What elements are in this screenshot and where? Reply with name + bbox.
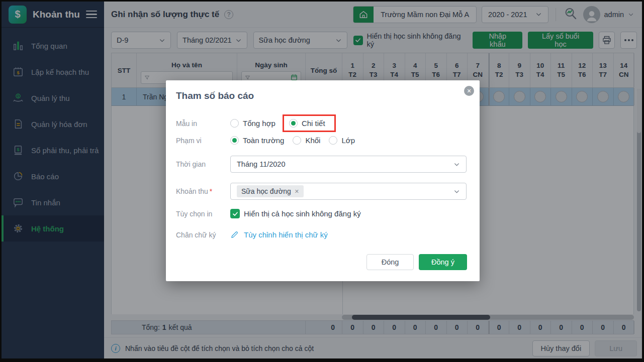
time-select-value: Tháng 11/2020	[237, 160, 285, 168]
radio-toan-truong[interactable]: Toàn trường	[230, 136, 284, 145]
modal-ok-button[interactable]: Đồng ý	[419, 254, 467, 270]
checkbox-label: Hiển thị cả học sinh không đăng ký	[244, 209, 361, 218]
field-label: Tùy chọn in	[176, 210, 230, 218]
radio-label: Chi tiết	[302, 119, 325, 128]
tag-remove-icon[interactable]: ✕	[295, 188, 299, 195]
report-parameters-modal: ✕ Tham số báo cáo Mẫu in Tổng hợp Chi ti…	[166, 80, 480, 281]
print-template-field: Mẫu in Tổng hợp Chi tiết	[176, 114, 467, 132]
screen-frame: $ Khoản thu Tổng quan $ Lập kế hoạch thu	[0, 0, 644, 362]
field-label: Phạm vi	[176, 137, 230, 145]
field-label: Chân chữ ký	[176, 231, 230, 239]
customize-signature-link[interactable]: Tùy chỉnh hiển thị chữ ký	[230, 230, 328, 239]
chevron-down-icon	[453, 188, 460, 195]
fee-tag-label: Sữa học đường	[241, 187, 291, 195]
fee-field: Khoản thu* Sữa học đường ✕	[176, 183, 467, 200]
radio-lop[interactable]: Lớp	[329, 136, 355, 145]
time-select[interactable]: Tháng 11/2020	[230, 156, 467, 173]
radio-label: Toàn trường	[243, 136, 284, 145]
show-all-unregistered-checkbox[interactable]: Hiển thị cả học sinh không đăng ký	[230, 209, 361, 218]
modal-title: Tham số báo cáo	[176, 90, 467, 101]
field-label: Khoản thu*	[176, 187, 230, 195]
modal-footer: Đóng Đồng ý	[366, 254, 467, 270]
close-icon[interactable]: ✕	[464, 86, 474, 96]
field-label: Thời gian	[176, 160, 230, 168]
radio-icon	[329, 136, 337, 145]
chevron-down-icon	[453, 161, 460, 168]
fee-tag: Sữa học đường ✕	[237, 185, 304, 197]
field-label: Mẫu in	[176, 119, 230, 128]
signature-field: Chân chữ ký Tùy chỉnh hiển thị chữ ký	[176, 230, 467, 239]
checkbox-checked-icon	[230, 209, 240, 218]
radio-tong-hop[interactable]: Tổng hợp	[230, 119, 275, 128]
radio-icon	[230, 136, 239, 145]
signature-link-label: Tùy chỉnh hiển thị chữ ký	[244, 230, 328, 239]
radio-khoi[interactable]: Khối	[293, 136, 320, 145]
time-field: Thời gian Tháng 11/2020	[176, 156, 467, 173]
print-option-field: Tùy chọn in Hiển thị cả học sinh không đ…	[176, 209, 467, 218]
radio-icon	[289, 119, 298, 128]
radio-icon	[230, 119, 239, 128]
modal-close-button[interactable]: Đóng	[366, 254, 414, 270]
highlight-box: Chi tiết	[283, 114, 336, 132]
radio-label: Tổng hợp	[243, 119, 275, 128]
scope-field: Phạm vi Toàn trường Khối Lớp	[176, 136, 467, 145]
radio-icon	[293, 136, 301, 145]
radio-chi-tiet[interactable]: Chi tiết	[289, 119, 325, 128]
radio-label: Khối	[305, 136, 320, 145]
radio-label: Lớp	[341, 136, 355, 145]
fee-multiselect[interactable]: Sữa học đường ✕	[230, 183, 467, 200]
pencil-icon	[230, 230, 239, 239]
required-asterisk: *	[210, 187, 212, 195]
